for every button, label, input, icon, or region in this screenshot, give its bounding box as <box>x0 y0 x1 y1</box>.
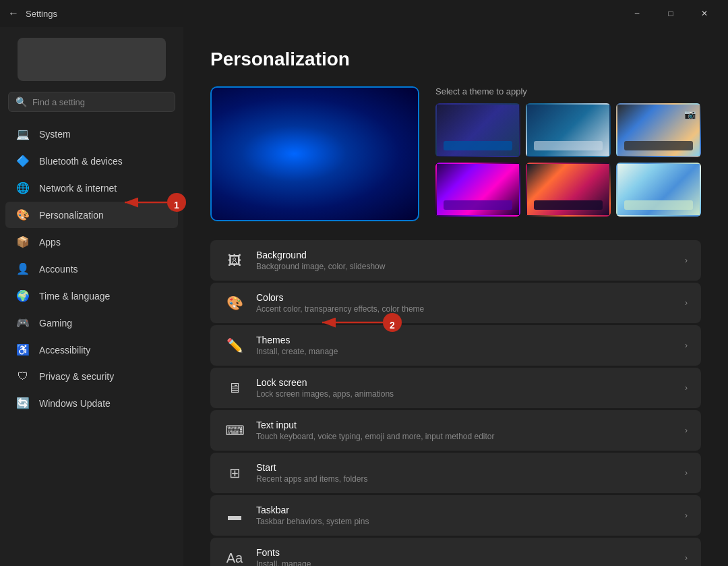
close-button[interactable]: ✕ <box>689 3 720 24</box>
fonts-text: Fonts Install, manage <box>256 547 674 566</box>
themes-icon: ✏️ <box>224 335 245 356</box>
settings-item-colors[interactable]: 🎨 Colors Accent color, transparency effe… <box>210 283 701 323</box>
taskbar-title: Taskbar <box>256 505 674 515</box>
background-icon: 🖼 <box>224 250 245 271</box>
sidebar-item-gaming[interactable]: 🎮 Gaming <box>5 310 178 336</box>
themes-text: Themes Install, create, manage <box>256 335 674 356</box>
title-bar-controls: – □ ✕ <box>621 3 720 24</box>
search-icon: 🔍 <box>16 96 27 107</box>
themes-title: Themes <box>256 335 674 345</box>
start-chevron: › <box>685 468 688 478</box>
sidebar-item-bluetooth[interactable]: 🔷 Bluetooth & devices <box>5 148 178 174</box>
colors-text: Colors Accent color, transparency effect… <box>256 292 674 314</box>
page-title: Personalization <box>210 49 701 70</box>
settings-item-start[interactable]: ⊞ Start Recent apps and items, folders › <box>210 453 701 493</box>
theme-thumb-2[interactable] <box>526 103 611 157</box>
textinput-icon: ⌨ <box>224 420 245 441</box>
sidebar-item-personalization[interactable]: 🎨 Personalization <box>5 202 178 228</box>
sidebar-item-label: Windows Update <box>39 398 111 409</box>
sidebar: 🔍 💻 System 🔷 Bluetooth & devices 🌐 Netwo… <box>0 27 183 566</box>
themes-grid-section: Select a theme to apply 📷 <box>435 86 701 221</box>
fonts-icon: Aa <box>224 547 245 566</box>
title-bar: ← Settings – □ ✕ <box>0 0 728 27</box>
content-area: Personalization Select a theme to apply <box>183 27 728 566</box>
sidebar-item-network[interactable]: 🌐 Network & internet <box>5 175 178 201</box>
update-icon: 🔄 <box>16 397 30 409</box>
start-title: Start <box>256 462 674 473</box>
textinput-chevron: › <box>685 426 688 435</box>
background-text: Background Background image, color, slid… <box>256 250 674 271</box>
themes-grid: 📷 <box>435 103 701 217</box>
theme-thumb-5[interactable] <box>526 163 611 217</box>
colors-chevron: › <box>685 298 688 308</box>
search-input[interactable] <box>32 97 168 107</box>
sidebar-items-container: 💻 System 🔷 Bluetooth & devices 🌐 Network… <box>0 120 183 417</box>
sidebar-item-accessibility[interactable]: ♿ Accessibility <box>5 337 178 363</box>
bluetooth-icon: 🔷 <box>16 154 30 167</box>
lockscreen-subtitle: Lock screen images, apps, animations <box>256 389 674 399</box>
start-text: Start Recent apps and items, folders <box>256 462 674 484</box>
select-theme-label: Select a theme to apply <box>435 86 701 96</box>
settings-item-fonts[interactable]: Aa Fonts Install, manage › <box>210 538 701 566</box>
back-button[interactable]: ← <box>8 7 19 20</box>
maximize-button[interactable]: □ <box>655 3 686 24</box>
theme-thumb-3[interactable]: 📷 <box>616 103 701 157</box>
settings-item-lockscreen[interactable]: 🖥 Lock screen Lock screen images, apps, … <box>210 368 701 408</box>
sidebar-item-accounts[interactable]: 👤 Accounts <box>5 256 178 282</box>
taskbar-chevron: › <box>685 511 688 520</box>
fonts-title: Fonts <box>256 547 674 558</box>
taskbar-icon: ▬ <box>224 505 245 526</box>
settings-item-themes[interactable]: ✏️ Themes Install, create, manage › <box>210 325 701 366</box>
time-icon: 🌍 <box>16 289 30 302</box>
sidebar-item-label: Personalization <box>39 210 104 221</box>
title-bar-left: ← Settings <box>8 7 57 20</box>
textinput-title: Text input <box>256 420 674 430</box>
gaming-icon: 🎮 <box>16 316 30 329</box>
taskbar-text: Taskbar Taskbar behaviors, system pins <box>256 505 674 526</box>
accessibility-icon: ♿ <box>16 343 30 356</box>
theme-wallpaper <box>212 88 418 220</box>
themes-subtitle: Install, create, manage <box>256 347 674 356</box>
colors-title: Colors <box>256 292 674 303</box>
textinput-subtitle: Touch keyboard, voice typing, emoji and … <box>256 432 674 441</box>
settings-item-background[interactable]: 🖼 Background Background image, color, sl… <box>210 240 701 281</box>
settings-item-taskbar[interactable]: ▬ Taskbar Taskbar behaviors, system pins… <box>210 495 701 536</box>
lockscreen-icon: 🖥 <box>224 377 245 399</box>
sidebar-item-label: System <box>39 129 71 140</box>
theme-section: Select a theme to apply 📷 <box>210 86 701 221</box>
settings-item-textinput[interactable]: ⌨ Text input Touch keyboard, voice typin… <box>210 410 701 451</box>
theme-thumb-6[interactable] <box>616 163 701 217</box>
user-avatar <box>18 38 166 81</box>
sidebar-item-label: Privacy & security <box>39 371 114 382</box>
settings-list: 🖼 Background Background image, color, sl… <box>210 240 701 566</box>
colors-subtitle: Accent color, transparency effects, colo… <box>256 304 674 314</box>
current-theme-preview <box>210 86 419 221</box>
sidebar-item-time[interactable]: 🌍 Time & language <box>5 283 178 309</box>
system-icon: 💻 <box>16 128 30 140</box>
theme-thumb-1[interactable] <box>435 103 520 157</box>
start-icon: ⊞ <box>224 462 245 484</box>
lockscreen-chevron: › <box>685 383 688 393</box>
personalization-icon: 🎨 <box>16 208 30 221</box>
search-bar[interactable]: 🔍 <box>8 92 175 112</box>
colors-icon: 🎨 <box>224 292 245 314</box>
sidebar-item-system[interactable]: 💻 System <box>5 121 178 147</box>
sidebar-item-label: Time & language <box>39 291 110 302</box>
background-title: Background <box>256 250 674 260</box>
sidebar-item-label: Apps <box>39 237 61 248</box>
sidebar-item-update[interactable]: 🔄 Windows Update <box>5 390 178 416</box>
title-bar-title: Settings <box>26 9 57 19</box>
network-icon: 🌐 <box>16 181 30 194</box>
theme-thumb-4[interactable] <box>435 163 520 217</box>
privacy-icon: 🛡 <box>16 370 30 383</box>
background-subtitle: Background image, color, slideshow <box>256 262 674 271</box>
taskbar-subtitle: Taskbar behaviors, system pins <box>256 517 674 526</box>
sidebar-item-label: Accessibility <box>39 345 90 356</box>
minimize-button[interactable]: – <box>621 3 653 24</box>
sidebar-item-label: Accounts <box>39 264 78 275</box>
sidebar-item-privacy[interactable]: 🛡 Privacy & security <box>5 364 178 389</box>
start-subtitle: Recent apps and items, folders <box>256 474 674 484</box>
lockscreen-text: Lock screen Lock screen images, apps, an… <box>256 377 674 399</box>
fonts-chevron: › <box>685 553 688 563</box>
sidebar-item-apps[interactable]: 📦 Apps <box>5 229 178 255</box>
